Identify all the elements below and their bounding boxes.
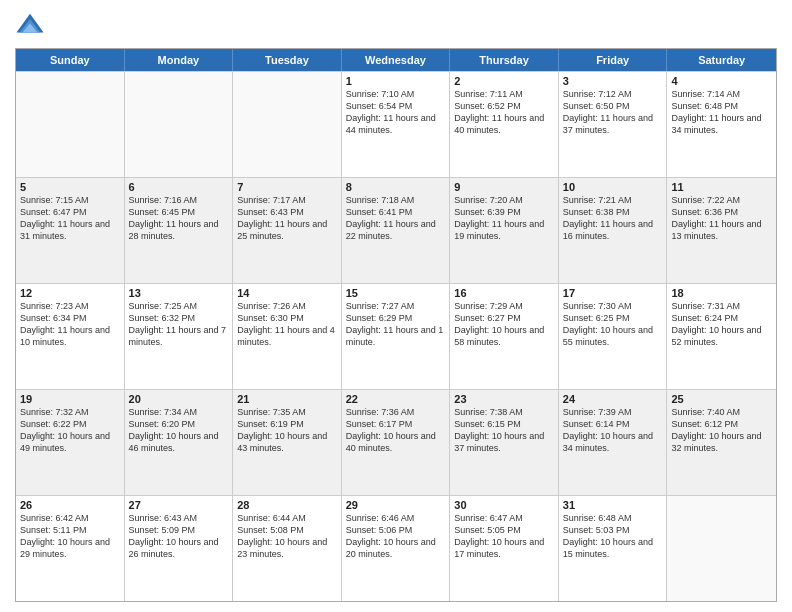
day-info: Sunrise: 7:26 AM Sunset: 6:30 PM Dayligh… — [237, 300, 337, 349]
day-info: Sunrise: 7:31 AM Sunset: 6:24 PM Dayligh… — [671, 300, 772, 349]
calendar-empty-cell — [16, 72, 125, 177]
day-info: Sunrise: 6:43 AM Sunset: 5:09 PM Dayligh… — [129, 512, 229, 561]
day-number: 1 — [346, 75, 446, 87]
day-number: 24 — [563, 393, 663, 405]
day-info: Sunrise: 7:10 AM Sunset: 6:54 PM Dayligh… — [346, 88, 446, 137]
day-info: Sunrise: 7:12 AM Sunset: 6:50 PM Dayligh… — [563, 88, 663, 137]
day-number: 10 — [563, 181, 663, 193]
calendar-header-row: SundayMondayTuesdayWednesdayThursdayFrid… — [16, 49, 776, 71]
day-number: 28 — [237, 499, 337, 511]
day-number: 2 — [454, 75, 554, 87]
day-number: 21 — [237, 393, 337, 405]
calendar-week-3: 12Sunrise: 7:23 AM Sunset: 6:34 PM Dayli… — [16, 283, 776, 389]
calendar-day-5: 5Sunrise: 7:15 AM Sunset: 6:47 PM Daylig… — [16, 178, 125, 283]
day-info: Sunrise: 7:18 AM Sunset: 6:41 PM Dayligh… — [346, 194, 446, 243]
day-number: 7 — [237, 181, 337, 193]
calendar-day-10: 10Sunrise: 7:21 AM Sunset: 6:38 PM Dayli… — [559, 178, 668, 283]
calendar-day-20: 20Sunrise: 7:34 AM Sunset: 6:20 PM Dayli… — [125, 390, 234, 495]
header-day-wednesday: Wednesday — [342, 49, 451, 71]
header-day-thursday: Thursday — [450, 49, 559, 71]
calendar-day-26: 26Sunrise: 6:42 AM Sunset: 5:11 PM Dayli… — [16, 496, 125, 601]
header-day-friday: Friday — [559, 49, 668, 71]
day-number: 3 — [563, 75, 663, 87]
day-info: Sunrise: 7:25 AM Sunset: 6:32 PM Dayligh… — [129, 300, 229, 349]
calendar-week-5: 26Sunrise: 6:42 AM Sunset: 5:11 PM Dayli… — [16, 495, 776, 601]
calendar-day-21: 21Sunrise: 7:35 AM Sunset: 6:19 PM Dayli… — [233, 390, 342, 495]
calendar: SundayMondayTuesdayWednesdayThursdayFrid… — [15, 48, 777, 602]
header-day-monday: Monday — [125, 49, 234, 71]
day-number: 9 — [454, 181, 554, 193]
calendar-day-2: 2Sunrise: 7:11 AM Sunset: 6:52 PM Daylig… — [450, 72, 559, 177]
day-number: 20 — [129, 393, 229, 405]
calendar-empty-cell — [233, 72, 342, 177]
day-info: Sunrise: 6:46 AM Sunset: 5:06 PM Dayligh… — [346, 512, 446, 561]
logo — [15, 10, 49, 40]
day-info: Sunrise: 6:47 AM Sunset: 5:05 PM Dayligh… — [454, 512, 554, 561]
day-number: 23 — [454, 393, 554, 405]
day-info: Sunrise: 7:36 AM Sunset: 6:17 PM Dayligh… — [346, 406, 446, 455]
day-number: 29 — [346, 499, 446, 511]
day-number: 5 — [20, 181, 120, 193]
day-info: Sunrise: 7:21 AM Sunset: 6:38 PM Dayligh… — [563, 194, 663, 243]
calendar-day-23: 23Sunrise: 7:38 AM Sunset: 6:15 PM Dayli… — [450, 390, 559, 495]
calendar-day-16: 16Sunrise: 7:29 AM Sunset: 6:27 PM Dayli… — [450, 284, 559, 389]
day-info: Sunrise: 7:22 AM Sunset: 6:36 PM Dayligh… — [671, 194, 772, 243]
day-number: 4 — [671, 75, 772, 87]
calendar-day-24: 24Sunrise: 7:39 AM Sunset: 6:14 PM Dayli… — [559, 390, 668, 495]
day-number: 22 — [346, 393, 446, 405]
day-info: Sunrise: 7:20 AM Sunset: 6:39 PM Dayligh… — [454, 194, 554, 243]
day-info: Sunrise: 7:39 AM Sunset: 6:14 PM Dayligh… — [563, 406, 663, 455]
day-info: Sunrise: 7:29 AM Sunset: 6:27 PM Dayligh… — [454, 300, 554, 349]
day-number: 17 — [563, 287, 663, 299]
calendar-day-31: 31Sunrise: 6:48 AM Sunset: 5:03 PM Dayli… — [559, 496, 668, 601]
day-info: Sunrise: 7:34 AM Sunset: 6:20 PM Dayligh… — [129, 406, 229, 455]
day-info: Sunrise: 7:27 AM Sunset: 6:29 PM Dayligh… — [346, 300, 446, 349]
calendar-day-18: 18Sunrise: 7:31 AM Sunset: 6:24 PM Dayli… — [667, 284, 776, 389]
day-number: 31 — [563, 499, 663, 511]
calendar-day-15: 15Sunrise: 7:27 AM Sunset: 6:29 PM Dayli… — [342, 284, 451, 389]
calendar-day-8: 8Sunrise: 7:18 AM Sunset: 6:41 PM Daylig… — [342, 178, 451, 283]
calendar-day-1: 1Sunrise: 7:10 AM Sunset: 6:54 PM Daylig… — [342, 72, 451, 177]
calendar-day-12: 12Sunrise: 7:23 AM Sunset: 6:34 PM Dayli… — [16, 284, 125, 389]
day-number: 25 — [671, 393, 772, 405]
calendar-week-2: 5Sunrise: 7:15 AM Sunset: 6:47 PM Daylig… — [16, 177, 776, 283]
calendar-empty-cell — [125, 72, 234, 177]
day-info: Sunrise: 7:38 AM Sunset: 6:15 PM Dayligh… — [454, 406, 554, 455]
day-info: Sunrise: 7:30 AM Sunset: 6:25 PM Dayligh… — [563, 300, 663, 349]
day-info: Sunrise: 6:42 AM Sunset: 5:11 PM Dayligh… — [20, 512, 120, 561]
calendar-day-9: 9Sunrise: 7:20 AM Sunset: 6:39 PM Daylig… — [450, 178, 559, 283]
day-info: Sunrise: 7:15 AM Sunset: 6:47 PM Dayligh… — [20, 194, 120, 243]
day-number: 11 — [671, 181, 772, 193]
calendar-day-22: 22Sunrise: 7:36 AM Sunset: 6:17 PM Dayli… — [342, 390, 451, 495]
day-number: 26 — [20, 499, 120, 511]
day-number: 18 — [671, 287, 772, 299]
logo-icon — [15, 10, 45, 40]
day-info: Sunrise: 7:32 AM Sunset: 6:22 PM Dayligh… — [20, 406, 120, 455]
calendar-day-6: 6Sunrise: 7:16 AM Sunset: 6:45 PM Daylig… — [125, 178, 234, 283]
day-info: Sunrise: 7:14 AM Sunset: 6:48 PM Dayligh… — [671, 88, 772, 137]
page: SundayMondayTuesdayWednesdayThursdayFrid… — [0, 0, 792, 612]
day-number: 8 — [346, 181, 446, 193]
day-number: 19 — [20, 393, 120, 405]
header-day-tuesday: Tuesday — [233, 49, 342, 71]
calendar-day-17: 17Sunrise: 7:30 AM Sunset: 6:25 PM Dayli… — [559, 284, 668, 389]
calendar-day-19: 19Sunrise: 7:32 AM Sunset: 6:22 PM Dayli… — [16, 390, 125, 495]
day-number: 27 — [129, 499, 229, 511]
calendar-empty-cell — [667, 496, 776, 601]
day-info: Sunrise: 7:16 AM Sunset: 6:45 PM Dayligh… — [129, 194, 229, 243]
day-number: 16 — [454, 287, 554, 299]
day-number: 12 — [20, 287, 120, 299]
calendar-week-1: 1Sunrise: 7:10 AM Sunset: 6:54 PM Daylig… — [16, 71, 776, 177]
day-info: Sunrise: 6:44 AM Sunset: 5:08 PM Dayligh… — [237, 512, 337, 561]
calendar-day-29: 29Sunrise: 6:46 AM Sunset: 5:06 PM Dayli… — [342, 496, 451, 601]
day-number: 14 — [237, 287, 337, 299]
day-number: 15 — [346, 287, 446, 299]
day-info: Sunrise: 7:11 AM Sunset: 6:52 PM Dayligh… — [454, 88, 554, 137]
calendar-day-13: 13Sunrise: 7:25 AM Sunset: 6:32 PM Dayli… — [125, 284, 234, 389]
calendar-body: 1Sunrise: 7:10 AM Sunset: 6:54 PM Daylig… — [16, 71, 776, 601]
calendar-day-7: 7Sunrise: 7:17 AM Sunset: 6:43 PM Daylig… — [233, 178, 342, 283]
calendar-day-25: 25Sunrise: 7:40 AM Sunset: 6:12 PM Dayli… — [667, 390, 776, 495]
calendar-day-28: 28Sunrise: 6:44 AM Sunset: 5:08 PM Dayli… — [233, 496, 342, 601]
header-day-saturday: Saturday — [667, 49, 776, 71]
header — [15, 10, 777, 40]
